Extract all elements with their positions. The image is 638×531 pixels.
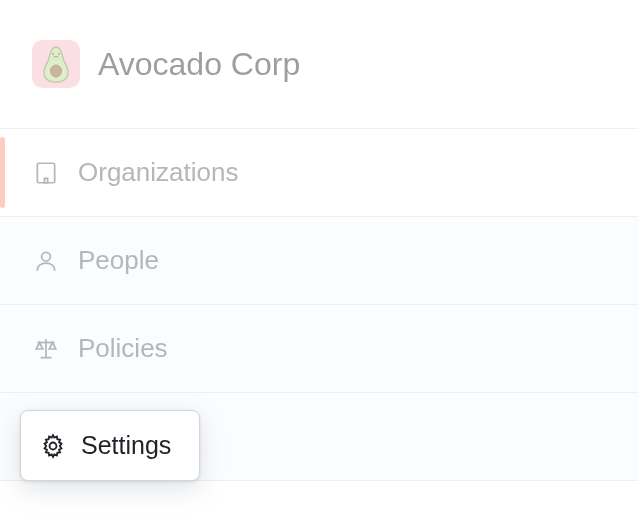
svg-rect-13 [44,178,47,182]
nav-item-label: Policies [78,333,168,364]
sidebar-header: Avocado Corp [0,0,638,128]
law-icon [32,335,60,363]
svg-point-14 [42,252,51,261]
nav-item-organizations[interactable]: Organizations [0,129,638,217]
svg-point-0 [51,65,62,77]
popout-label: Settings [81,431,171,460]
svg-point-2 [58,53,60,55]
settings-popout[interactable]: Settings [20,410,200,481]
gear-icon [39,432,67,460]
svg-point-19 [50,442,57,449]
nav-item-policies[interactable]: Policies [0,305,638,393]
org-title: Avocado Corp [98,46,300,83]
nav-item-label: Organizations [78,157,238,188]
org-avatar [32,40,80,88]
nav-item-people[interactable]: People [0,217,638,305]
organization-icon [32,159,60,187]
person-icon [32,247,60,275]
avocado-icon [39,44,73,84]
svg-rect-3 [37,163,54,183]
svg-point-1 [52,53,54,55]
nav-item-label: People [78,245,159,276]
